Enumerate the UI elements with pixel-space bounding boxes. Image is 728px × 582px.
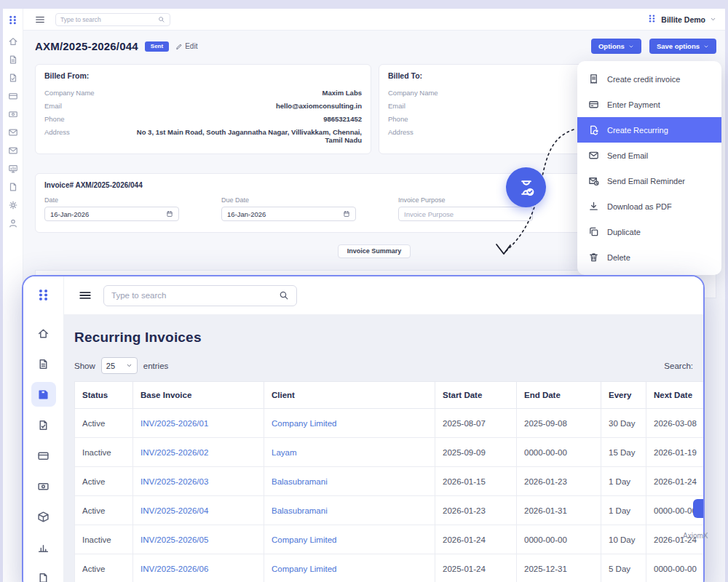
client-link[interactable]: Company Limited — [272, 565, 336, 573]
sidebar-invoices-icon[interactable] — [37, 348, 50, 379]
table-row: Active INV/2025-2026/06 Company Limited … — [75, 554, 705, 582]
recurring-invoices-content: Recurring Invoices Show 25 entries Searc… — [64, 314, 703, 582]
hamburger-menu-icon[interactable] — [35, 15, 45, 25]
invoice-title: AXM/2025-2026/044 — [35, 40, 138, 52]
date-input[interactable]: 16-Jan-2026 — [44, 207, 179, 221]
recurring-invoices-window: Recurring Invoices Show 25 entries Searc… — [22, 275, 705, 582]
mini-sidebar — [3, 9, 23, 582]
billed-from-card: Billed From: Company NameMaxim Labs Emai… — [35, 64, 371, 154]
invoice-summary-badge: Invoice Summary — [338, 244, 411, 258]
invoice-doc-icon[interactable] — [8, 55, 18, 65]
edit-label: Edit — [185, 42, 197, 50]
table-row: Active INV/2025-2026/03 Balasubramani 20… — [75, 467, 705, 496]
save-options-button[interactable]: Save options — [649, 39, 716, 54]
table-controls: Show 25 entries Search: — [74, 357, 703, 374]
sidebar-payments-icon[interactable] — [37, 440, 50, 471]
email-reminder-icon — [588, 175, 599, 186]
sidebar-recurring-icon-active[interactable] — [31, 379, 56, 410]
base-invoice-link[interactable]: INV/2025-2026/01 — [141, 419, 208, 428]
chevron-down-icon — [710, 16, 716, 23]
global-search — [55, 13, 170, 26]
brand-footer: AxiomX — [683, 532, 708, 540]
search-input[interactable] — [111, 291, 273, 300]
home-icon[interactable] — [8, 36, 18, 47]
invoice-purpose-input[interactable]: Invoice Purpose — [398, 207, 533, 221]
col-base-invoice[interactable]: Base Invoice — [133, 382, 264, 409]
client-link[interactable]: Layam — [272, 448, 297, 457]
col-next-date[interactable]: Next Date — [646, 382, 705, 409]
account-label: Billite Demo — [661, 15, 705, 24]
menu-item-create-credit-invoice[interactable]: Create credit invoice — [577, 66, 721, 92]
entries-label: entries — [143, 362, 169, 370]
bank-card-icon[interactable] — [8, 91, 18, 101]
hamburger-menu-icon[interactable] — [79, 289, 92, 302]
menu-item-enter-payment[interactable]: Enter Payment — [577, 92, 721, 117]
table-row: Inactive INV/2025-2026/02 Layam 2025-09-… — [75, 438, 705, 467]
credit-invoice-icon — [588, 73, 599, 84]
search-input[interactable] — [60, 16, 155, 23]
clipped-action-button[interactable] — [693, 499, 705, 518]
hourglass-check-icon — [506, 167, 546, 207]
settings-gear-icon[interactable] — [8, 200, 18, 210]
save-options-dropdown: Create credit invoice Enter Payment Crea… — [577, 61, 721, 275]
reports-monitor-icon[interactable] — [8, 164, 18, 174]
download-icon — [588, 201, 599, 212]
menu-item-send-email-reminder[interactable]: Send Email Reminder — [577, 168, 721, 194]
base-invoice-link[interactable]: INV/2025-2026/05 — [141, 535, 208, 544]
menu-item-duplicate[interactable]: Duplicate — [577, 219, 721, 244]
sidebar-home-icon[interactable] — [37, 318, 50, 348]
profile-person-icon[interactable] — [8, 218, 18, 228]
search-label: Search: — [664, 362, 693, 370]
calendar-icon — [343, 210, 350, 218]
base-invoice-link[interactable]: INV/2025-2026/06 — [141, 565, 208, 573]
menu-item-delete[interactable]: Delete — [577, 244, 721, 270]
table-row: Active INV/2025-2026/04 Balasubramani 20… — [75, 496, 705, 525]
col-end-date[interactable]: End Date — [517, 382, 601, 409]
col-start-date[interactable]: Start Date — [435, 382, 517, 409]
edit-button[interactable]: Edit — [175, 42, 197, 50]
window-search — [103, 285, 297, 306]
col-status[interactable]: Status — [75, 382, 133, 409]
base-invoice-link[interactable]: INV/2025-2026/03 — [141, 477, 208, 486]
top-bar: Billite Demo — [23, 9, 725, 31]
billite-logo-icon[interactable] — [7, 15, 18, 28]
sidebar-documents-icon[interactable] — [37, 562, 50, 582]
email-icon[interactable] — [8, 146, 18, 156]
entries-per-page-select[interactable]: 25 — [101, 357, 138, 374]
cash-icon[interactable] — [8, 109, 18, 119]
sidebar-expenses-icon[interactable] — [37, 471, 50, 501]
account-menu[interactable]: Billite Demo — [647, 14, 716, 25]
due-date-input[interactable]: 16-Jan-2026 — [221, 207, 356, 221]
options-button[interactable]: Options — [591, 39, 641, 54]
client-link[interactable]: Company Limited — [272, 535, 336, 544]
base-invoice-link[interactable]: INV/2025-2026/02 — [141, 448, 208, 457]
recurring-invoices-table: Status Base Invoice Client Start Date En… — [74, 381, 705, 582]
menu-item-create-recurring[interactable]: Create Recurring — [577, 117, 721, 143]
col-every[interactable]: Every — [601, 382, 646, 409]
calendar-icon — [166, 210, 173, 218]
col-client[interactable]: Client — [264, 382, 435, 409]
inbox-mail-icon[interactable] — [8, 127, 18, 137]
estimate-doc-icon[interactable] — [8, 73, 18, 83]
document-icon[interactable] — [8, 182, 18, 192]
billite-logo-icon — [647, 14, 657, 25]
client-link[interactable]: Company Limited — [272, 419, 336, 428]
menu-item-send-email[interactable]: Send Email — [577, 143, 721, 168]
field-row: AddressNo 3, 1st Main Road, South Jagann… — [44, 125, 362, 146]
table-header-row: Status Base Invoice Client Start Date En… — [75, 382, 705, 409]
sidebar-reports-icon[interactable] — [37, 532, 50, 562]
sidebar-estimates-icon[interactable] — [37, 410, 50, 440]
client-link[interactable]: Balasubramani — [272, 477, 328, 486]
client-link[interactable]: Balasubramani — [272, 506, 328, 515]
show-label: Show — [74, 362, 95, 370]
base-invoice-link[interactable]: INV/2025-2026/04 — [141, 506, 208, 515]
date-field-group: Date 16-Jan-2026 — [44, 196, 179, 221]
billite-logo-icon[interactable] — [36, 288, 50, 305]
menu-item-download-as-pdf[interactable]: Download as PDF — [577, 194, 721, 219]
window-top-bar — [64, 276, 703, 314]
payment-card-icon — [588, 99, 599, 110]
sidebar-products-icon[interactable] — [37, 501, 50, 532]
recurring-icon — [588, 124, 599, 135]
field-row: Company NameMaxim Labs — [44, 86, 362, 99]
page-header: AXM/2025-2026/044 Sent Edit Options Save… — [35, 39, 716, 54]
